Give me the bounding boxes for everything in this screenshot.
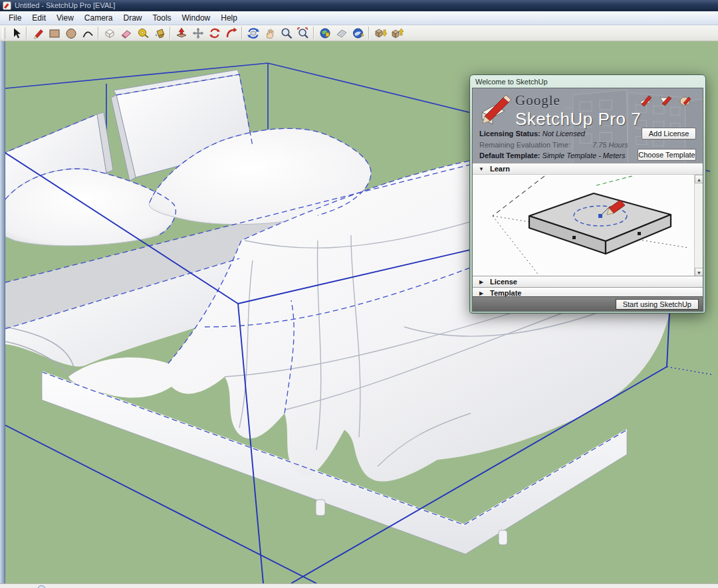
toolbar-divider	[98, 27, 99, 39]
learn-scrollbar[interactable]: ▲ ▼	[694, 175, 703, 276]
viewport-left-border	[0, 41, 5, 583]
zoom-extents-tool-button[interactable]	[295, 26, 311, 41]
triangle-down-icon: ▼	[473, 166, 490, 172]
add-location-button[interactable]	[316, 26, 333, 41]
triangle-right-icon: ▶	[473, 279, 490, 285]
arc-tool-button[interactable]	[79, 26, 96, 41]
pan-hand-icon	[263, 27, 277, 40]
offset-tool-button[interactable]	[223, 26, 239, 41]
globe-icon	[318, 27, 332, 40]
magnifier-icon	[280, 27, 293, 40]
learn-section-header[interactable]: ▼ Learn	[473, 163, 703, 174]
getting-started-toolbar	[0, 25, 718, 41]
google-earth-icon	[352, 27, 365, 40]
license-section-header[interactable]: ▶ License	[473, 276, 703, 287]
magnifier-extents-icon	[297, 27, 310, 40]
share-models-icon	[390, 27, 404, 40]
move-arrows-icon	[191, 27, 205, 40]
status-bar	[0, 583, 718, 588]
layout-mini-icon	[658, 94, 673, 108]
paint-bucket-tool-button[interactable]	[151, 26, 168, 41]
select-arrow-icon	[9, 27, 23, 40]
toolbar-divider	[241, 27, 243, 39]
arc-icon	[81, 27, 94, 40]
rotate-icon	[208, 27, 221, 40]
menu-edit[interactable]: Edit	[27, 12, 51, 25]
remaining-time-value: 7.75 Hours	[592, 141, 628, 149]
menu-help[interactable]: Help	[215, 12, 243, 25]
choose-template-button[interactable]: Choose Template	[638, 149, 696, 161]
share-models-button[interactable]	[388, 26, 405, 41]
help-icon[interactable]	[37, 585, 46, 588]
toolbar-grip[interactable]	[2, 27, 5, 39]
line-tool-button[interactable]	[29, 26, 46, 41]
paint-bucket-icon	[153, 27, 166, 40]
toolbar-divider	[170, 27, 171, 39]
licensing-status-row: Licensing Status: Not Licensed	[479, 130, 585, 138]
menu-tools[interactable]: Tools	[148, 12, 177, 25]
rectangle-tool-button[interactable]	[46, 26, 62, 41]
dialog-footer: Start using SketchUp	[473, 296, 703, 311]
tape-measure-tool-button[interactable]	[134, 26, 151, 41]
sketchup-logo-icon	[478, 92, 513, 127]
rotate-tool-button[interactable]	[206, 26, 223, 41]
make-component-tool-button[interactable]	[101, 26, 118, 41]
push-pull-icon	[175, 27, 188, 40]
menu-file[interactable]: File	[3, 12, 27, 25]
rectangle-icon	[48, 27, 61, 40]
default-template-value: Simple Template - Meters	[542, 151, 626, 159]
push-pull-tool-button[interactable]	[173, 26, 189, 41]
pan-tool-button[interactable]	[261, 26, 278, 41]
welcome-dialog: Welcome to SketchUp	[469, 74, 706, 314]
get-models-icon	[374, 27, 387, 40]
brand-block: Google SketchUp Pro 7	[478, 92, 641, 130]
menu-bar: File Edit View Camera Draw Tools Window …	[0, 11, 718, 25]
title-bar[interactable]: Untitled - SketchUp Pro [EVAL]	[0, 0, 718, 11]
licensing-status-label: Licensing Status:	[479, 130, 540, 138]
select-tool-button[interactable]	[7, 26, 24, 41]
move-tool-button[interactable]	[189, 26, 206, 41]
google-earth-button[interactable]	[350, 26, 366, 41]
offset-arc-icon	[225, 27, 238, 40]
welcome-dialog-title: Welcome to SketchUp	[475, 78, 548, 86]
google-logo-text: Google	[515, 92, 641, 109]
licensing-status-value: Not Licensed	[542, 130, 585, 138]
pencil-icon	[31, 27, 45, 40]
scroll-up-arrow-icon[interactable]: ▲	[695, 175, 703, 183]
add-license-button[interactable]: Add License	[642, 128, 696, 140]
license-section-label: License	[490, 278, 517, 286]
menu-camera[interactable]: Camera	[79, 12, 118, 25]
eraser-tool-button[interactable]	[118, 26, 134, 41]
learn-section-content: ▲ ▼	[473, 174, 703, 276]
welcome-dialog-title-bar[interactable]: Welcome to SketchUp	[472, 77, 703, 88]
remaining-time-row: Remaining Evaluation Time: 7.75 Hours	[479, 141, 628, 149]
start-using-sketchup-button[interactable]: Start using SketchUp	[616, 299, 699, 310]
get-models-button[interactable]	[372, 26, 388, 41]
sketchup-mini-icon	[638, 94, 654, 108]
orbit-icon	[247, 27, 260, 40]
learn-tutorial-illustration	[473, 175, 692, 276]
menu-draw[interactable]: Draw	[118, 12, 148, 25]
circle-tool-button[interactable]	[62, 26, 79, 41]
product-mini-icons	[638, 94, 693, 108]
sketchup-app-icon	[3, 1, 11, 10]
default-template-row: Default Template: Simple Template - Mete…	[479, 151, 625, 159]
remaining-time-label: Remaining Evaluation Time:	[479, 141, 570, 149]
welcome-dialog-body: Google SketchUp Pro 7	[472, 88, 703, 312]
component-box-icon	[103, 27, 116, 40]
toolbar-divider	[313, 27, 314, 39]
triangle-right-icon: ▶	[473, 290, 490, 296]
terrain-sheet-icon	[335, 27, 348, 40]
toggle-terrain-button[interactable]	[333, 26, 350, 41]
orbit-tool-button[interactable]	[245, 26, 261, 41]
tape-measure-icon	[136, 27, 150, 40]
menu-window[interactable]: Window	[177, 12, 216, 25]
menu-view[interactable]: View	[51, 12, 79, 25]
zoom-tool-button[interactable]	[278, 26, 295, 41]
product-name: SketchUp Pro 7	[515, 109, 641, 130]
toolbar-divider	[368, 27, 370, 39]
circle-icon	[64, 27, 78, 40]
learn-section-label: Learn	[490, 165, 510, 173]
default-template-label: Default Template:	[479, 151, 540, 159]
window-title: Untitled - SketchUp Pro [EVAL]	[15, 0, 115, 11]
